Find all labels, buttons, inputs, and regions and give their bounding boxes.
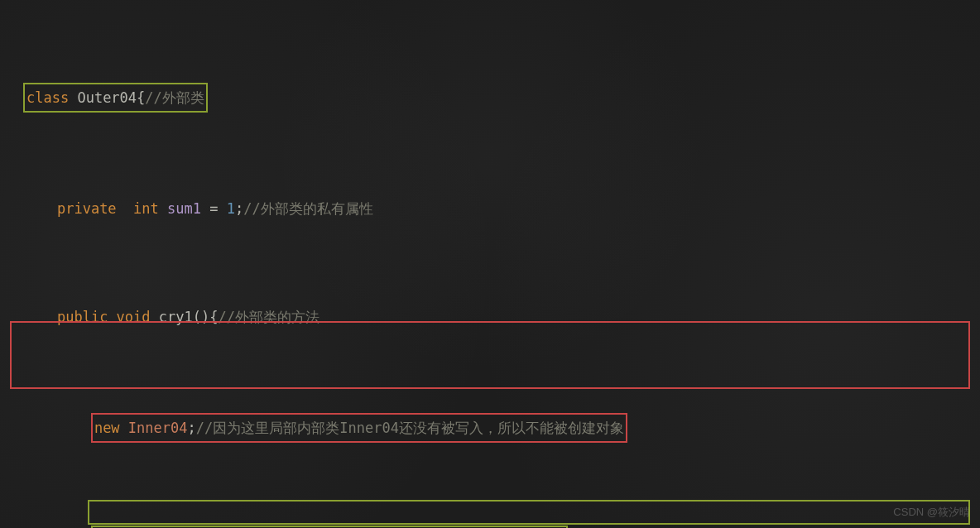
watermark: CSDN @筱汐晴 [893,502,970,521]
code-line-4: new Inner04;//因为这里局部内部类Inner04还没有被写入，所以不… [23,413,972,443]
code-block: class Outer04{//外部类 private int sum1 = 1… [0,0,980,528]
red-box-multi [10,321,970,389]
green-box-bottom [88,500,970,525]
code-line-2: private int sum1 = 1;//外部类的私有属性 [23,195,972,222]
code-line-1: class Outer04{//外部类 [23,83,972,113]
